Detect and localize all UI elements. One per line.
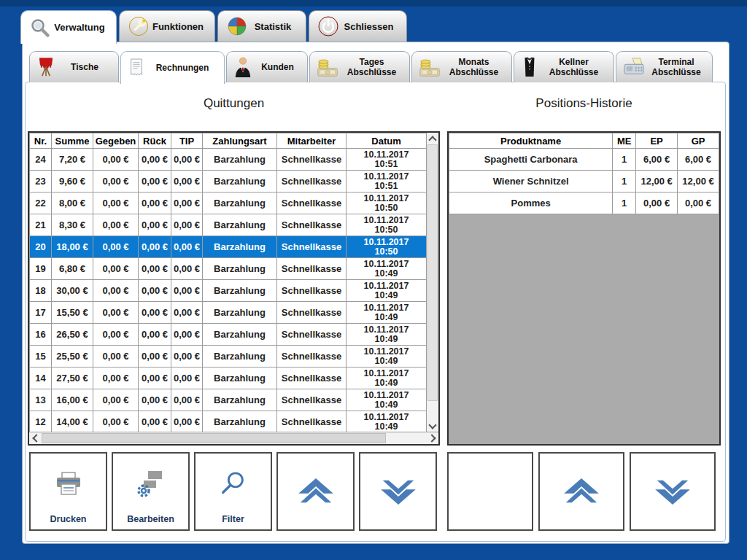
waiter-icon xyxy=(521,56,538,78)
cell-zahlungsart: Barzahlung xyxy=(203,149,277,171)
position-row-wiener-schnitzel[interactable]: Wiener Schnitzel112,00 €12,00 € xyxy=(449,171,719,192)
header-row: ProduktnameMEEPGP xyxy=(449,133,719,149)
cell-me: 1 xyxy=(613,171,636,192)
column-header-mitarbeiter[interactable]: Mitarbeiter xyxy=(277,133,347,149)
chevron-up-button[interactable] xyxy=(538,452,624,531)
receipt-row-13[interactable]: 1316,00 €0,00 €0,00 €0,00 €BarzahlungSch… xyxy=(30,389,427,411)
column-header-produktname[interactable]: Produktname xyxy=(449,133,613,149)
receipt-row-17[interactable]: 1715,50 €0,00 €0,00 €0,00 €BarzahlungSch… xyxy=(30,302,427,324)
cell-tip: 0,00 € xyxy=(171,346,203,368)
cell-datum: 10.11.201710:50 xyxy=(347,192,427,214)
cell-nr: 20 xyxy=(30,236,52,258)
column-header-me[interactable]: ME xyxy=(613,133,636,149)
cell-summe: 6,80 € xyxy=(52,258,93,280)
vertical-scroll-thumb[interactable] xyxy=(427,144,438,401)
bearbeiten-button[interactable]: Bearbeiten xyxy=(112,452,190,531)
scroll-down-button[interactable] xyxy=(427,420,438,432)
sub-tab-tische[interactable]: Tische xyxy=(29,51,119,82)
cell-rueck: 0,00 € xyxy=(139,368,171,389)
receipt-row-24[interactable]: 247,20 €0,00 €0,00 €0,00 €BarzahlungSchn… xyxy=(30,149,427,171)
receipt-row-16[interactable]: 1626,50 €0,00 €0,00 €0,00 €BarzahlungSch… xyxy=(30,324,427,346)
column-header-gegeben[interactable]: Gegeben xyxy=(93,133,139,149)
top-tab-funktionen[interactable]: Funktionen xyxy=(119,10,215,42)
receipt-row-15[interactable]: 1525,50 €0,00 €0,00 €0,00 €BarzahlungSch… xyxy=(30,346,427,368)
cell-rueck: 0,00 € xyxy=(139,346,171,368)
filter-button[interactable]: Filter xyxy=(194,452,272,531)
sub-tab-tages-abschlusse[interactable]: Tages Abschlüsse xyxy=(309,51,410,82)
cell-gegeben: 0,00 € xyxy=(93,171,139,192)
receipts-grid: Nr.SummeGegebenRückTIPZahlungsartMitarbe… xyxy=(28,131,440,446)
chevron-down-button[interactable] xyxy=(630,452,716,531)
wrench-icon xyxy=(128,16,149,36)
cell-nr: 23 xyxy=(30,171,52,192)
chevron-left-icon xyxy=(32,434,40,442)
horizontal-scroll-thumb[interactable] xyxy=(42,433,386,443)
column-header-datum[interactable]: Datum xyxy=(347,133,427,149)
sub-tab-terminal-abschlusse[interactable]: Terminal Abschlüsse xyxy=(616,51,713,82)
cell-produkt: Pommes xyxy=(449,192,613,214)
top-tab-schliessen[interactable]: Schliessen xyxy=(309,10,407,42)
filter-icon xyxy=(220,470,247,498)
column-header-zahlungsart[interactable]: Zahlungsart xyxy=(203,133,277,149)
cell-nr: 22 xyxy=(30,192,52,214)
cell-mitarbeiter: Schnellkasse xyxy=(277,346,347,368)
time-text: 10:49 xyxy=(347,269,425,279)
time-text: 10:50 xyxy=(347,247,425,257)
cell-rueck: 0,00 € xyxy=(139,171,171,192)
top-tab-statistik[interactable]: Statistik xyxy=(217,10,306,42)
cell-tip: 0,00 € xyxy=(171,236,203,258)
receipt-row-23[interactable]: 239,60 €0,00 €0,00 €0,00 €BarzahlungSchn… xyxy=(30,171,427,192)
column-header-nr[interactable]: Nr. xyxy=(30,133,52,149)
cell-mitarbeiter: Schnellkasse xyxy=(277,324,347,346)
cell-nr: 19 xyxy=(30,258,52,280)
position-row-spaghetti-carbonara[interactable]: Spaghetti Carbonara16,00 €6,00 € xyxy=(449,149,719,171)
top-tab-verwaltung[interactable]: Verwaltung xyxy=(20,10,117,44)
sub-tab-rechnungen[interactable]: Rechnungen xyxy=(120,51,225,84)
header-row: Nr.SummeGegebenRückTIPZahlungsartMitarbe… xyxy=(30,133,427,149)
receipt-row-21[interactable]: 218,30 €0,00 €0,00 €0,00 €BarzahlungSchn… xyxy=(30,214,427,236)
column-header-ruck[interactable]: Rück xyxy=(139,133,171,149)
receipts-horizontal-scrollbar[interactable] xyxy=(29,432,438,444)
chevron-up-button[interactable] xyxy=(276,452,355,531)
sub-tab-bar: TischeRechnungenKundenTages AbschlüsseMo… xyxy=(29,51,713,84)
cell-gegeben: 0,00 € xyxy=(93,236,139,258)
cell-summe: 16,00 € xyxy=(52,389,93,411)
chevron-down-button[interactable] xyxy=(359,452,437,531)
scroll-up-button[interactable] xyxy=(427,133,438,144)
chevron-up-icon xyxy=(297,477,335,506)
power-icon xyxy=(318,16,338,36)
receipt-row-18[interactable]: 1830,00 €0,00 €0,00 €0,00 €BarzahlungSch… xyxy=(30,280,427,302)
cell-gp: 0,00 € xyxy=(678,192,719,214)
sub-tab-kunden[interactable]: Kunden xyxy=(226,51,308,82)
scroll-left-button[interactable] xyxy=(29,432,41,444)
tab-label: Tages Abschlüsse xyxy=(338,57,405,78)
date-text: 10.11.2017 xyxy=(347,216,425,225)
blank-button[interactable] xyxy=(447,452,533,531)
time-text: 10:51 xyxy=(347,160,425,169)
tab-label: Funktionen xyxy=(149,21,207,32)
receipt-row-12[interactable]: 1214,00 €0,00 €0,00 €0,00 €BarzahlungSch… xyxy=(30,411,427,433)
column-header-tip[interactable]: TIP xyxy=(171,133,203,149)
sub-tab-kellner-abschlusse[interactable]: Kellner Abschlüsse xyxy=(514,51,614,82)
receipts-vertical-scrollbar[interactable] xyxy=(426,133,438,432)
receipt-row-20[interactable]: 2018,00 €0,00 €0,00 €0,00 €BarzahlungSch… xyxy=(30,236,427,258)
cell-summe: 26,50 € xyxy=(52,324,93,346)
column-header-gp[interactable]: GP xyxy=(678,133,719,149)
position-row-pommes[interactable]: Pommes10,00 €0,00 € xyxy=(449,192,719,214)
cell-gegeben: 0,00 € xyxy=(93,346,139,368)
cell-ep: 6,00 € xyxy=(636,149,678,171)
time-text: 10:49 xyxy=(347,335,425,344)
cell-zahlungsart: Barzahlung xyxy=(203,346,277,368)
receipt-row-22[interactable]: 228,00 €0,00 €0,00 €0,00 €BarzahlungSchn… xyxy=(30,192,427,214)
column-header-summe[interactable]: Summe xyxy=(52,133,93,149)
desktop-top-band xyxy=(0,0,747,7)
drucken-button[interactable]: Drucken xyxy=(29,452,107,531)
column-header-ep[interactable]: EP xyxy=(636,133,678,149)
scroll-right-button[interactable] xyxy=(427,432,438,444)
receipt-row-14[interactable]: 1427,50 €0,00 €0,00 €0,00 €BarzahlungSch… xyxy=(30,368,427,389)
cell-datum: 10.11.201710:49 xyxy=(347,258,427,280)
sub-tab-monats-abschlusse[interactable]: Monats Abschlüsse xyxy=(411,51,512,82)
receipt-row-19[interactable]: 196,80 €0,00 €0,00 €0,00 €BarzahlungSchn… xyxy=(30,258,427,280)
cell-zahlungsart: Barzahlung xyxy=(203,302,277,324)
cell-gegeben: 0,00 € xyxy=(93,258,139,280)
